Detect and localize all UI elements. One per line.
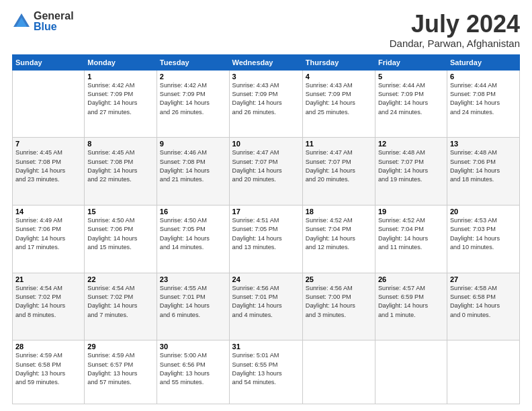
logo-icon	[12, 12, 31, 31]
week-row-4: 21Sunrise: 4:54 AM Sunset: 7:02 PM Dayli…	[13, 273, 520, 340]
week-row-5: 28Sunrise: 4:59 AM Sunset: 6:58 PM Dayli…	[13, 340, 520, 404]
logo: General Blue	[12, 11, 74, 32]
day-number: 5	[378, 73, 444, 81]
day-number: 13	[450, 140, 517, 148]
day-info: Sunrise: 4:47 AM Sunset: 7:07 PM Dayligh…	[306, 148, 372, 184]
day-info: Sunrise: 4:46 AM Sunset: 7:08 PM Dayligh…	[160, 148, 226, 184]
day-info: Sunrise: 4:43 AM Sunset: 7:09 PM Dayligh…	[306, 81, 372, 117]
day-number: 29	[87, 342, 154, 351]
day-number: 18	[306, 208, 372, 216]
table-row: 1Sunrise: 4:42 AM Sunset: 7:09 PM Daylig…	[85, 70, 157, 138]
day-number: 15	[87, 208, 154, 216]
day-number: 9	[160, 140, 226, 148]
day-number: 31	[232, 342, 300, 351]
day-number: 26	[378, 275, 444, 283]
location-text: Dandar, Parwan, Afghanistan	[390, 38, 520, 49]
header-sunday: Sunday	[13, 54, 85, 70]
day-number: 27	[450, 275, 517, 283]
day-number: 22	[87, 275, 154, 283]
day-info: Sunrise: 4:53 AM Sunset: 7:03 PM Dayligh…	[450, 216, 517, 252]
table-row	[302, 340, 375, 404]
table-row: 19Sunrise: 4:52 AM Sunset: 7:04 PM Dayli…	[375, 205, 447, 273]
day-info: Sunrise: 4:59 AM Sunset: 6:57 PM Dayligh…	[87, 351, 154, 387]
day-info: Sunrise: 5:01 AM Sunset: 6:55 PM Dayligh…	[232, 351, 300, 387]
day-number: 6	[450, 73, 517, 81]
day-info: Sunrise: 4:59 AM Sunset: 6:58 PM Dayligh…	[15, 351, 81, 387]
table-row: 28Sunrise: 4:59 AM Sunset: 6:58 PM Dayli…	[13, 340, 85, 404]
day-info: Sunrise: 4:56 AM Sunset: 7:00 PM Dayligh…	[306, 284, 372, 320]
day-number: 19	[378, 208, 444, 216]
header-row: Sunday Monday Tuesday Wednesday Thursday…	[13, 54, 520, 70]
day-number: 28	[15, 342, 81, 351]
day-info: Sunrise: 4:43 AM Sunset: 7:09 PM Dayligh…	[232, 81, 300, 117]
day-info: Sunrise: 4:51 AM Sunset: 7:05 PM Dayligh…	[232, 216, 300, 252]
day-number: 20	[450, 208, 517, 216]
table-row: 30Sunrise: 5:00 AM Sunset: 6:56 PM Dayli…	[157, 340, 229, 404]
day-number: 25	[306, 275, 372, 283]
day-info: Sunrise: 4:44 AM Sunset: 7:08 PM Dayligh…	[450, 81, 517, 117]
header: General Blue July 2024 Dandar, Parwan, A…	[12, 11, 520, 49]
month-title: July 2024	[390, 11, 520, 38]
table-row: 18Sunrise: 4:52 AM Sunset: 7:04 PM Dayli…	[302, 205, 375, 273]
day-number: 24	[232, 275, 300, 283]
table-row: 17Sunrise: 4:51 AM Sunset: 7:05 PM Dayli…	[229, 205, 302, 273]
table-row: 20Sunrise: 4:53 AM Sunset: 7:03 PM Dayli…	[447, 205, 519, 273]
header-friday: Friday	[375, 54, 447, 70]
table-row: 25Sunrise: 4:56 AM Sunset: 7:00 PM Dayli…	[302, 273, 375, 340]
week-row-2: 7Sunrise: 4:45 AM Sunset: 7:08 PM Daylig…	[13, 138, 520, 205]
logo-text: General Blue	[34, 11, 74, 32]
day-info: Sunrise: 4:57 AM Sunset: 6:59 PM Dayligh…	[378, 284, 444, 320]
table-row: 29Sunrise: 4:59 AM Sunset: 6:57 PM Dayli…	[85, 340, 157, 404]
table-row	[13, 70, 85, 138]
table-row: 23Sunrise: 4:55 AM Sunset: 7:01 PM Dayli…	[157, 273, 229, 340]
header-thursday: Thursday	[302, 54, 375, 70]
header-wednesday: Wednesday	[229, 54, 302, 70]
table-row: 27Sunrise: 4:58 AM Sunset: 6:58 PM Dayli…	[447, 273, 519, 340]
day-info: Sunrise: 4:49 AM Sunset: 7:06 PM Dayligh…	[15, 216, 81, 252]
week-row-1: 1Sunrise: 4:42 AM Sunset: 7:09 PM Daylig…	[13, 70, 520, 138]
day-info: Sunrise: 4:54 AM Sunset: 7:02 PM Dayligh…	[87, 284, 154, 320]
table-row: 6Sunrise: 4:44 AM Sunset: 7:08 PM Daylig…	[447, 70, 519, 138]
table-row: 14Sunrise: 4:49 AM Sunset: 7:06 PM Dayli…	[13, 205, 85, 273]
calendar-table: Sunday Monday Tuesday Wednesday Thursday…	[12, 54, 520, 404]
week-row-3: 14Sunrise: 4:49 AM Sunset: 7:06 PM Dayli…	[13, 205, 520, 273]
table-row: 9Sunrise: 4:46 AM Sunset: 7:08 PM Daylig…	[157, 138, 229, 205]
day-number: 30	[160, 342, 226, 351]
day-number: 21	[15, 275, 81, 283]
day-info: Sunrise: 5:00 AM Sunset: 6:56 PM Dayligh…	[160, 351, 226, 387]
day-number: 3	[232, 73, 300, 81]
day-number: 11	[306, 140, 372, 148]
day-info: Sunrise: 4:42 AM Sunset: 7:09 PM Dayligh…	[160, 81, 226, 117]
header-tuesday: Tuesday	[157, 54, 229, 70]
table-row: 26Sunrise: 4:57 AM Sunset: 6:59 PM Dayli…	[375, 273, 447, 340]
day-info: Sunrise: 4:52 AM Sunset: 7:04 PM Dayligh…	[306, 216, 372, 252]
table-row: 31Sunrise: 5:01 AM Sunset: 6:55 PM Dayli…	[229, 340, 302, 404]
header-saturday: Saturday	[447, 54, 519, 70]
logo-general-text: General	[34, 11, 74, 21]
day-info: Sunrise: 4:45 AM Sunset: 7:08 PM Dayligh…	[15, 148, 81, 184]
table-row: 21Sunrise: 4:54 AM Sunset: 7:02 PM Dayli…	[13, 273, 85, 340]
day-info: Sunrise: 4:50 AM Sunset: 7:05 PM Dayligh…	[160, 216, 226, 252]
title-block: July 2024 Dandar, Parwan, Afghanistan	[390, 11, 520, 49]
day-info: Sunrise: 4:48 AM Sunset: 7:07 PM Dayligh…	[378, 148, 444, 184]
table-row	[375, 340, 447, 404]
day-info: Sunrise: 4:50 AM Sunset: 7:06 PM Dayligh…	[87, 216, 154, 252]
day-number: 17	[232, 208, 300, 216]
day-number: 23	[160, 275, 226, 283]
day-number: 16	[160, 208, 226, 216]
table-row: 11Sunrise: 4:47 AM Sunset: 7:07 PM Dayli…	[302, 138, 375, 205]
day-number: 12	[378, 140, 444, 148]
day-number: 7	[15, 140, 81, 148]
table-row: 24Sunrise: 4:56 AM Sunset: 7:01 PM Dayli…	[229, 273, 302, 340]
calendar-page: General Blue July 2024 Dandar, Parwan, A…	[0, 0, 532, 411]
day-info: Sunrise: 4:58 AM Sunset: 6:58 PM Dayligh…	[450, 284, 517, 320]
logo-blue-text: Blue	[34, 21, 74, 32]
table-row: 22Sunrise: 4:54 AM Sunset: 7:02 PM Dayli…	[85, 273, 157, 340]
header-monday: Monday	[85, 54, 157, 70]
table-row: 2Sunrise: 4:42 AM Sunset: 7:09 PM Daylig…	[157, 70, 229, 138]
table-row: 5Sunrise: 4:44 AM Sunset: 7:09 PM Daylig…	[375, 70, 447, 138]
table-row: 4Sunrise: 4:43 AM Sunset: 7:09 PM Daylig…	[302, 70, 375, 138]
day-number: 4	[306, 73, 372, 81]
table-row: 3Sunrise: 4:43 AM Sunset: 7:09 PM Daylig…	[229, 70, 302, 138]
day-info: Sunrise: 4:56 AM Sunset: 7:01 PM Dayligh…	[232, 284, 300, 320]
